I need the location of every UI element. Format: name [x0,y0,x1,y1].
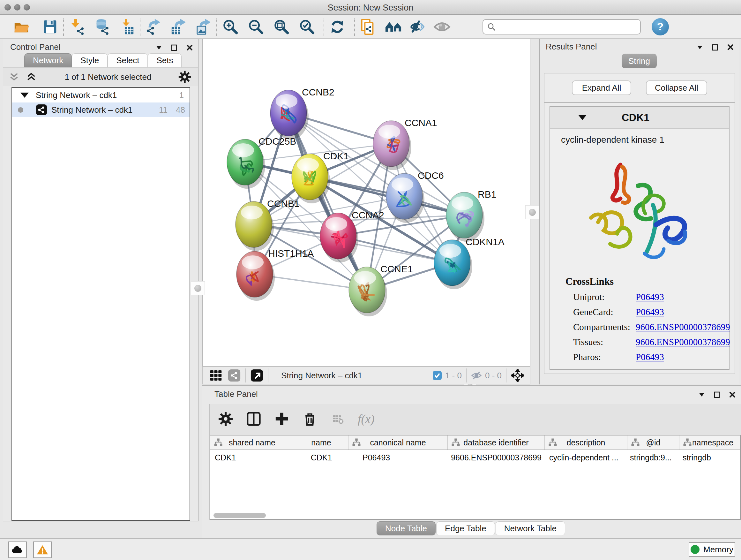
network-node-CCNE1[interactable]: CCNE1 [349,264,413,316]
network-edge-CCNB2-CCNE1[interactable] [288,113,367,290]
tab-node-table[interactable]: Node Table [377,521,435,536]
panel-close-icon[interactable] [726,43,735,51]
table-options-gear-icon[interactable] [217,411,234,427]
panel-menu-icon[interactable] [697,390,706,399]
cloud-button[interactable] [8,542,27,558]
hidden-eye-icon[interactable] [471,371,482,380]
panel-float-icon[interactable] [170,44,179,52]
collection-expand-icon[interactable] [20,92,29,98]
node-label-HIST1H1A: HIST1H1A [268,248,314,259]
grid-view-icon[interactable] [210,368,222,382]
table-cell: cyclin-dependent ... [545,450,627,465]
zoom-fit-icon[interactable] [271,17,291,37]
annotations-icon[interactable] [358,17,378,37]
warnings-button[interactable] [33,542,52,558]
tab-network[interactable]: Network [24,53,72,67]
zoom-selected-icon[interactable] [297,17,317,37]
network-node-HIST1H1A[interactable]: HIST1H1A [237,248,314,301]
toolbar-separator [140,18,140,36]
table-cell: P06493 [348,450,448,465]
network-node-CCNB2[interactable]: CCNB2 [270,87,334,139]
network-collection-row[interactable]: String Network – cdk1 1 [12,88,190,103]
network-node-CCNB1[interactable]: CCNB1 [235,198,300,251]
refresh-view-icon[interactable] [327,17,347,37]
tab-network-table[interactable]: Network Table [495,521,565,536]
network-home-icon[interactable] [384,17,403,37]
network-node-CCNA2[interactable]: CCNA2 [320,210,384,262]
network-node-CCNA1[interactable]: CCNA1 [373,118,437,170]
column-header-name[interactable]: name [294,435,348,449]
birds-eye-view-icon[interactable] [511,368,524,382]
crosslink-link[interactable]: P06493 [636,352,664,362]
memory-button[interactable]: Memory [689,542,735,557]
expand-all-networks-icon[interactable] [25,71,38,83]
open-in-window-icon[interactable] [250,368,264,382]
import-network-file-icon[interactable] [67,17,87,37]
delete-table-icon[interactable] [330,411,346,427]
network-node-CDKN1A[interactable]: CDKN1A [434,237,504,289]
export-table-icon[interactable] [169,17,188,37]
panel-close-icon[interactable] [185,44,194,52]
crosslink-link[interactable]: 9606.ENSP00000378699 [636,337,730,348]
show-all-eye-icon[interactable] [432,17,452,37]
save-session-icon[interactable] [40,17,60,37]
network-row-selected[interactable]: String Network – cdk1 11 48 [12,103,190,117]
network-share-view-icon[interactable] [227,368,241,382]
table-row[interactable]: CDK1CDK1P064939606.ENSP00000378699cyclin… [210,450,740,465]
hide-selected-eye-icon[interactable] [408,17,428,37]
import-network-database-icon[interactable] [92,17,112,37]
expand-all-button[interactable]: Expand All [572,80,631,95]
panel-menu-icon[interactable] [155,44,163,52]
node-label-CCNB1: CCNB1 [267,198,300,209]
column-type-icon [683,438,692,447]
delete-column-icon[interactable] [301,411,318,427]
crosslink-link[interactable]: P06493 [636,292,664,302]
network-canvas[interactable]: CCNB2CCNA1CDC25BCDK1CDC6RB1CCNB1CCNA2CDK… [202,39,530,367]
string-app-icon [36,105,47,115]
column-header-canonical-name[interactable]: canonical name [348,435,448,449]
search-input[interactable] [496,22,636,31]
left-splitter-handle[interactable] [191,281,205,295]
crosslink-link[interactable]: 9606.ENSP00000378699 [636,322,730,332]
column-header-namespace[interactable]: namespace [679,435,741,449]
export-image-icon[interactable] [193,17,213,37]
network-node-RB1[interactable]: RB1 [446,189,496,242]
right-splitter-handle[interactable] [525,205,539,219]
column-header-@id[interactable]: @id [627,435,679,449]
network-node-CDC6[interactable]: CDC6 [386,170,444,223]
add-column-icon[interactable] [273,411,290,427]
panel-menu-icon[interactable] [696,43,704,51]
section-collapse-icon[interactable] [578,115,587,120]
apply-function-icon[interactable]: f(x) [358,412,375,426]
panel-float-icon[interactable] [713,390,721,399]
export-network-icon[interactable] [144,17,163,37]
tab-style[interactable]: Style [72,53,108,67]
open-session-icon[interactable] [11,17,31,37]
tab-edge-table[interactable]: Edge Table [436,521,495,536]
tab-string[interactable]: String [622,54,657,68]
crosslinks-heading: CrossLinks [565,276,729,287]
collapse-all-button[interactable]: Collapse All [646,80,707,95]
toolbar-separator [506,368,507,382]
help-button[interactable]: ? [652,18,669,36]
show-columns-icon[interactable] [246,411,262,427]
horizontal-scrollbar[interactable] [213,513,266,518]
protein-section-header[interactable]: CDK1 [550,107,729,129]
crosslink-link[interactable]: P06493 [636,307,664,317]
import-table-file-icon[interactable] [117,17,137,37]
tab-select[interactable]: Select [108,53,148,67]
selected-nodes-checkbox-icon[interactable] [432,371,442,380]
column-header-shared-name[interactable]: shared name [210,435,294,449]
zoom-out-icon[interactable] [246,17,266,37]
panel-float-icon[interactable] [711,43,719,51]
column-header-database-identifier[interactable]: database identifier [448,435,545,449]
column-header-description[interactable]: description [545,435,627,449]
tab-sets[interactable]: Sets [148,53,182,67]
results-panel-title: Results Panel [546,42,597,52]
network-options-gear-icon[interactable] [179,71,191,83]
zoom-in-icon[interactable] [220,17,240,37]
panel-close-icon[interactable] [728,390,737,399]
collapse-all-networks-icon[interactable] [8,71,20,83]
node-label-CDKN1A: CDKN1A [466,237,504,247]
network-node-CDC25B[interactable]: CDC25B [227,136,296,189]
